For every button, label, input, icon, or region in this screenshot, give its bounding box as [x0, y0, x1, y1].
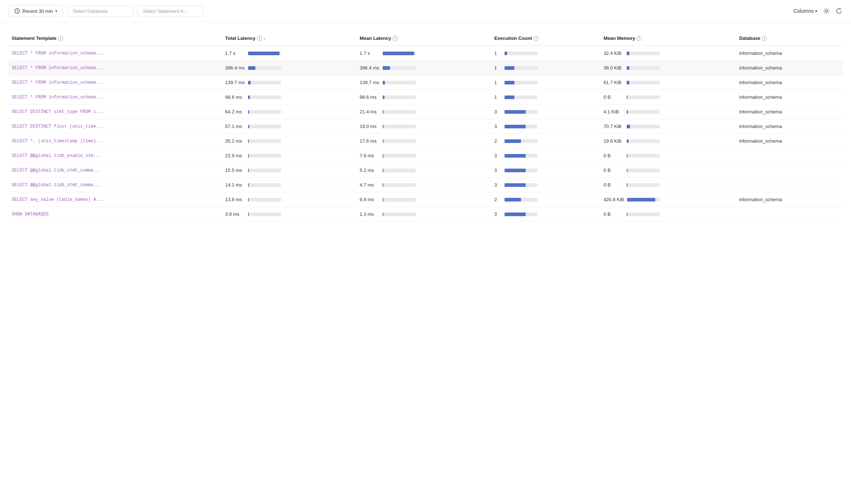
stmt-cell[interactable]: SHOW DATABASES — [9, 207, 222, 222]
mean-memory-cell: 38.0 KiB — [601, 61, 736, 75]
exec-count-bar — [505, 198, 537, 202]
exec-count-value: 3 — [494, 124, 502, 129]
mean-memory-bar-fill — [627, 81, 629, 84]
statements-table: Statement Template i Total Latency i ↓ M… — [9, 31, 842, 222]
table-row[interactable]: SELECT @@global.tidb_stmt_summa... 14.1 … — [9, 178, 842, 192]
database-cell: information_schema — [736, 105, 842, 119]
table-row[interactable]: SELECT * FROM information_schema... 98.6… — [9, 90, 842, 105]
mean-memory-bar — [627, 139, 660, 143]
columns-button[interactable]: Columns ▾ — [794, 8, 817, 14]
mean-latency-cell: 98.6 ms — [357, 90, 491, 105]
mean-memory-bar — [627, 81, 660, 84]
exec-count-cell: 2 — [491, 192, 601, 207]
col-header-mean-memory: Mean Memory i — [601, 31, 736, 46]
settings-button[interactable] — [823, 8, 830, 14]
total-latency-bar — [248, 183, 281, 187]
mean-latency-bar-fill — [383, 95, 385, 99]
mean-latency-value: 5.2 ms — [360, 168, 380, 173]
select-database-dropdown[interactable]: Select Database — [67, 5, 133, 17]
mean-latency-bar — [383, 66, 416, 70]
select-statement-dropdown[interactable]: Select Statement K... — [138, 5, 203, 17]
mean-latency-cell: 4.7 ms — [357, 178, 491, 192]
total-latency-cell: 98.6 ms — [222, 90, 357, 105]
exec-count-cell: 1 — [491, 61, 601, 75]
mean-latency-value: 98.6 ms — [360, 94, 380, 100]
mean-latency-bar-fill — [383, 125, 383, 128]
mean-latency-value: 396.4 ms — [360, 65, 380, 71]
stmt-cell[interactable]: SELECT * FROM information_schema... — [9, 61, 222, 75]
mean-memory-cell: 4.1 KiB — [601, 105, 736, 119]
table-row[interactable]: SELECT * FROM information_schema... 396.… — [9, 61, 842, 75]
mean-memory-cell: 61.7 KiB — [601, 75, 736, 90]
total-latency-bar-fill — [248, 169, 249, 172]
stmt-cell[interactable]: SELECT *, (unix_timestamp (time)... — [9, 134, 222, 148]
mean-memory-cell: 420.8 KiB — [601, 192, 736, 207]
stmt-info-icon[interactable]: i — [58, 36, 63, 41]
total-latency-bar-fill — [248, 110, 249, 114]
stmt-cell[interactable]: SELECT DISTINCT stmt_type FROM i... — [9, 105, 222, 119]
table-row[interactable]: SELECT @@global.tidb_stmt_summa... 15.5 … — [9, 163, 842, 178]
col-header-stmt: Statement Template i — [9, 31, 222, 46]
mean-memory-bar-fill — [627, 125, 630, 128]
total-latency-value: 57.1 ms — [225, 124, 245, 129]
mean-latency-bar-fill — [383, 169, 383, 172]
total-latency-sort-icon[interactable]: ↓ — [263, 36, 266, 41]
total-latency-bar — [248, 52, 281, 55]
total-latency-cell: 3.9 ms — [222, 207, 357, 222]
exec-count-info-icon[interactable]: i — [533, 36, 539, 41]
mean-latency-bar-fill — [383, 212, 383, 216]
table-row[interactable]: SELECT *, (unix_timestamp (time)... 35.2… — [9, 134, 842, 148]
exec-count-bar — [505, 125, 537, 128]
stmt-cell[interactable]: SELECT * FROM information_schema... — [9, 90, 222, 105]
stmt-cell[interactable]: SELECT * FROM information_schema... — [9, 75, 222, 90]
mean-latency-bar-fill — [383, 183, 383, 187]
table-row[interactable]: SELECT DISTINCT stmt_type FROM i... 64.2… — [9, 105, 842, 119]
mean-latency-info-icon[interactable]: i — [393, 36, 398, 41]
table-row[interactable]: SELECT any_value (table_names) A... 13.8… — [9, 192, 842, 207]
stmt-cell[interactable]: SELECT @@global.tidb_stmt_summa... — [9, 163, 222, 178]
mean-latency-bar-fill — [383, 110, 383, 114]
exec-count-bar-fill — [505, 154, 526, 158]
table-row[interactable]: SELECT DISTINCT floor (unix_time... 57.1… — [9, 119, 842, 134]
exec-count-cell: 3 — [491, 148, 601, 163]
total-latency-bar — [248, 198, 281, 202]
table-row[interactable]: SELECT @@global.tidb_enable_stm... 22.9 … — [9, 148, 842, 163]
mean-latency-bar — [383, 139, 416, 143]
stmt-cell[interactable]: SELECT * FROM information_schema... — [9, 46, 222, 61]
mean-memory-value: 0 B — [604, 94, 624, 100]
time-range-button[interactable]: Recent 30 min ▾ — [9, 5, 63, 17]
stmt-cell[interactable]: SELECT @@global.tidb_stmt_summa... — [9, 178, 222, 192]
exec-count-bar — [505, 212, 537, 216]
mean-latency-bar-fill — [383, 52, 414, 55]
exec-count-value: 3 — [494, 153, 502, 158]
stmt-cell[interactable]: SELECT any_value (table_names) A... — [9, 192, 222, 207]
total-latency-bar — [248, 169, 281, 172]
total-latency-bar-fill — [248, 139, 249, 143]
table-row[interactable]: SHOW DATABASES 3.9 ms 1.3 ms 3 0 B — [9, 207, 842, 222]
mean-latency-bar — [383, 125, 416, 128]
table-row[interactable]: SELECT * FROM information_schema... 139.… — [9, 75, 842, 90]
total-latency-bar — [248, 81, 281, 84]
total-latency-info-icon[interactable]: i — [257, 36, 262, 41]
exec-count-value: 3 — [494, 182, 502, 188]
mean-latency-bar — [383, 154, 416, 158]
database-cell — [736, 178, 842, 192]
stmt-cell[interactable]: SELECT DISTINCT floor (unix_time... — [9, 119, 222, 134]
refresh-button[interactable] — [836, 8, 842, 14]
mean-memory-bar-fill — [627, 198, 655, 202]
refresh-icon — [836, 8, 842, 14]
mean-memory-info-icon[interactable]: i — [637, 36, 642, 41]
mean-latency-bar-fill — [383, 139, 383, 143]
mean-memory-bar — [627, 198, 660, 202]
total-latency-value: 3.9 ms — [225, 211, 245, 217]
table-row[interactable]: SELECT * FROM information_schema... 1.7 … — [9, 46, 842, 61]
mean-latency-value: 17.6 ms — [360, 138, 380, 144]
time-range-label: Recent 30 min — [22, 8, 53, 14]
mean-memory-bar — [627, 154, 660, 158]
exec-count-bar-fill — [505, 125, 526, 128]
main-content: Statement Template i Total Latency i ↓ M… — [0, 31, 851, 222]
stmt-cell[interactable]: SELECT @@global.tidb_enable_stm... — [9, 148, 222, 163]
mean-memory-bar — [627, 95, 660, 99]
exec-count-cell: 1 — [491, 90, 601, 105]
database-info-icon[interactable]: i — [762, 36, 767, 41]
